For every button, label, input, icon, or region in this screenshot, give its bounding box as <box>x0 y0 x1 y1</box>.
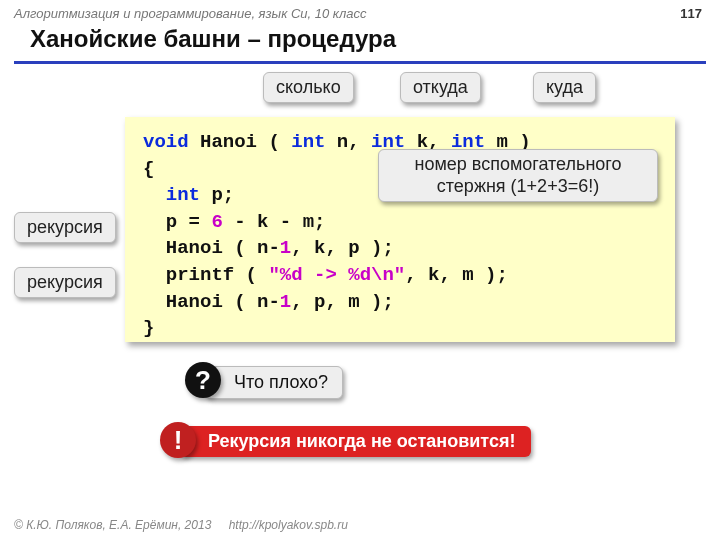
code-token: n, <box>325 131 371 153</box>
code-token: printf ( <box>143 264 268 286</box>
code-token: - k - m; <box>223 211 326 233</box>
code-token: 6 <box>211 211 222 233</box>
footer-url: http://kpolyakov.spb.ru <box>229 518 348 532</box>
code-token: Hanoi ( <box>189 131 292 153</box>
page-number: 117 <box>680 6 702 21</box>
code-token: , k, m ); <box>405 264 508 286</box>
question-pill: Что плохо? <box>205 366 343 399</box>
code-token: Hanoi ( n- <box>143 291 280 313</box>
code-token: , k, p ); <box>291 237 394 259</box>
footer: © К.Ю. Поляков, Е.А. Ерёмин, 2013 http:/… <box>14 518 348 532</box>
label-from: откуда <box>400 72 481 103</box>
code-token: { <box>143 158 154 180</box>
code-token: Hanoi ( n- <box>143 237 280 259</box>
label-aux-rod: номер вспомогательного стержня (1+2+3=6!… <box>378 149 658 202</box>
label-recursion-2: рекурсия <box>14 267 116 298</box>
code-token: p; <box>200 184 234 206</box>
code-token: p = <box>143 211 211 233</box>
code-token <box>143 184 166 206</box>
page-title: Ханойские башни – процедура <box>0 23 720 61</box>
code-token: "%d -> %d\n" <box>268 264 405 286</box>
question-icon: ? <box>185 362 221 398</box>
label-to: куда <box>533 72 596 103</box>
code-token: int <box>166 184 200 206</box>
code-token: 1 <box>280 291 291 313</box>
exclamation-icon: ! <box>160 422 196 458</box>
code-token: 1 <box>280 237 291 259</box>
title-underline <box>14 61 706 64</box>
code-token: int <box>291 131 325 153</box>
footer-copyright: © К.Ю. Поляков, Е.А. Ерёмин, 2013 <box>14 518 211 532</box>
content-area: сколько откуда куда void Hanoi ( int n, … <box>0 72 720 502</box>
label-howmany: сколько <box>263 72 354 103</box>
alert-pill: Рекурсия никогда не остановится! <box>180 426 531 457</box>
code-token: , p, m ); <box>291 291 394 313</box>
breadcrumb: Алгоритмизация и программирование, язык … <box>0 0 720 23</box>
code-token: } <box>143 317 154 339</box>
label-recursion-1: рекурсия <box>14 212 116 243</box>
code-token: void <box>143 131 189 153</box>
